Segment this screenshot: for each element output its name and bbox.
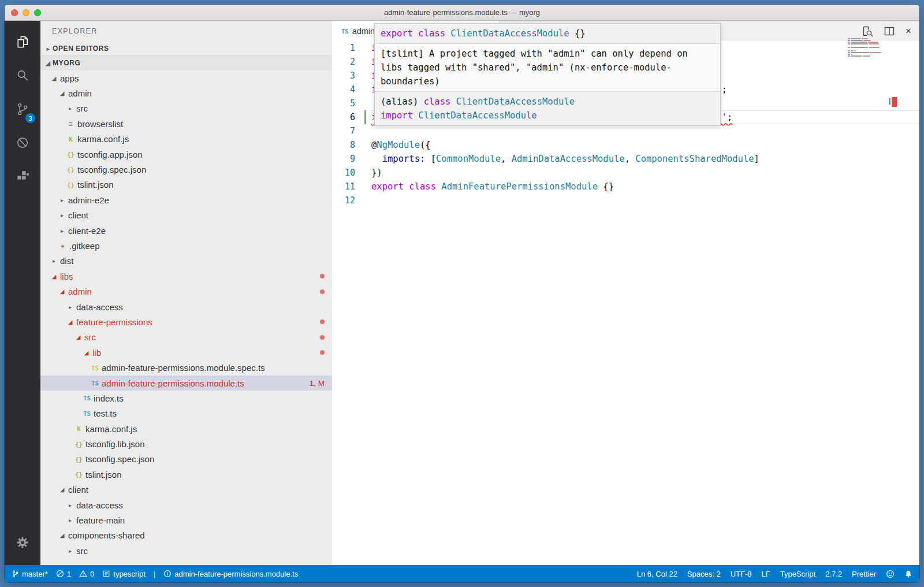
status-warnings[interactable]: 0 bbox=[79, 570, 94, 578]
tree-item[interactable]: ▸src bbox=[40, 101, 332, 116]
gear-icon bbox=[15, 535, 30, 550]
status-notifications[interactable] bbox=[904, 570, 912, 578]
tree-item-label: client bbox=[68, 485, 88, 495]
tree-item[interactable]: ▸client-e2e bbox=[40, 223, 332, 238]
code-line[interactable]: 7 bbox=[332, 124, 919, 138]
status-ts-version[interactable]: 2.7.2 bbox=[825, 570, 842, 578]
tree-item[interactable]: ▸data-access bbox=[40, 497, 332, 512]
tree-item[interactable]: ◢apps bbox=[40, 70, 332, 86]
tree-item[interactable]: TStest.ts bbox=[40, 406, 332, 421]
status-feedback[interactable] bbox=[886, 570, 895, 578]
ts-spec-file-icon: TS bbox=[90, 365, 100, 371]
tree-item[interactable]: ▸data-access bbox=[40, 299, 332, 314]
status-separator: | bbox=[154, 570, 155, 578]
tree-item[interactable]: ◢client bbox=[40, 482, 332, 497]
hover-alias-line: import ClientDataAccessModule bbox=[381, 109, 714, 122]
code-line[interactable]: 11export class AdminFeaturePermissionsMo… bbox=[332, 180, 919, 194]
activity-item-explorer[interactable] bbox=[5, 25, 40, 59]
twistie-collapsed-icon: ▸ bbox=[58, 228, 66, 234]
status-eol[interactable]: LF bbox=[762, 570, 770, 578]
zoom-window-button[interactable] bbox=[34, 9, 41, 16]
activity-item-source-control[interactable]: 3 bbox=[5, 92, 40, 126]
tree-item[interactable]: {}tslint.json bbox=[40, 467, 332, 482]
section-myorg[interactable]: ◢ MYORG bbox=[40, 55, 332, 70]
editor-group: TS admin-feature-permissions.module.ts ×… bbox=[332, 21, 919, 565]
tree-item[interactable]: ◢admin bbox=[40, 86, 332, 101]
tree-item-label: test.ts bbox=[94, 408, 117, 418]
code-line[interactable]: 8@NgModule({ bbox=[332, 138, 919, 152]
status-language-mode-label: TypeScript bbox=[780, 570, 815, 578]
tree-item[interactable]: ◢libs bbox=[40, 269, 332, 284]
tree-item[interactable]: ≡browserslist bbox=[40, 116, 332, 131]
twistie-expanded-icon: ◢ bbox=[50, 75, 58, 81]
activity-item-debug[interactable] bbox=[5, 126, 40, 159]
tree-item[interactable]: {}tslint.json bbox=[40, 177, 332, 192]
minimize-window-button[interactable] bbox=[23, 9, 29, 16]
status-errors[interactable]: 1 bbox=[56, 570, 71, 578]
tree-item[interactable]: ▸feature-main bbox=[40, 512, 332, 527]
tree-item[interactable]: ◢admin bbox=[40, 284, 332, 299]
activity-item-settings[interactable] bbox=[5, 526, 40, 559]
tree-item-label: .gitkeep bbox=[69, 241, 100, 251]
tree-item[interactable]: ◢src bbox=[40, 330, 332, 345]
line-number: 1 bbox=[350, 41, 355, 55]
open-changes-button[interactable] bbox=[862, 25, 873, 37]
twistie-expanded-icon: ◢ bbox=[58, 532, 66, 538]
tree-item[interactable]: ▸client bbox=[40, 208, 332, 223]
status-formatter[interactable]: Prettier bbox=[852, 570, 876, 578]
sidebar-title: EXPLORER bbox=[40, 21, 332, 42]
status-tslint[interactable]: typescript bbox=[102, 570, 146, 578]
status-git-branch[interactable]: master* bbox=[12, 570, 48, 578]
status-formatter-label: Prettier bbox=[852, 570, 876, 578]
section-open-editors[interactable]: ▸ OPEN EDITORS bbox=[40, 42, 332, 55]
tree-item[interactable]: TSadmin-feature-permissions.module.ts1, … bbox=[40, 376, 332, 391]
code-line[interactable]: 10}) bbox=[332, 166, 919, 180]
tree-item[interactable]: {}tsconfig.spec.json bbox=[40, 452, 332, 467]
tree-item[interactable]: ▸admin-e2e bbox=[40, 192, 332, 207]
tree-item[interactable]: ◢components-shared bbox=[40, 528, 332, 543]
hover-alias: (alias) class ClientDataAccessModuleimpo… bbox=[375, 92, 720, 125]
tree-item[interactable]: {}tsconfig.lib.json bbox=[40, 436, 332, 451]
tree-item[interactable]: Kkarma.conf.js bbox=[40, 132, 332, 147]
code-text: export class AdminFeaturePermissionsModu… bbox=[371, 180, 919, 194]
code-line[interactable]: 12 bbox=[332, 194, 919, 207]
overview-ruler-error-mark bbox=[892, 97, 897, 107]
twistie-collapsed-icon: ▸ bbox=[44, 46, 53, 52]
status-cursor-position[interactable]: Ln 6, Col 22 bbox=[637, 570, 677, 578]
split-editor-button[interactable] bbox=[884, 25, 895, 37]
tree-item[interactable]: TSindex.ts bbox=[40, 391, 332, 406]
twistie-expanded-icon: ◢ bbox=[58, 486, 66, 493]
minimap[interactable] bbox=[848, 38, 885, 64]
section-label: OPEN EDITORS bbox=[53, 44, 109, 53]
tree-item-label: feature-main bbox=[76, 515, 125, 525]
tree-item[interactable]: ▸dist bbox=[40, 254, 332, 269]
tree-item-label: src bbox=[84, 332, 96, 342]
activity-item-search[interactable] bbox=[5, 59, 40, 92]
tree-item[interactable]: ◢lib bbox=[40, 345, 332, 360]
status-language-mode[interactable]: TypeScript bbox=[780, 570, 815, 578]
tree-item[interactable]: ▸src bbox=[40, 543, 332, 558]
tree-item[interactable]: ◈.gitkeep bbox=[40, 238, 332, 253]
code-text bbox=[371, 124, 919, 138]
tree-item[interactable]: ◢feature-permissions bbox=[40, 314, 332, 329]
tree-item[interactable]: Kkarma.conf.js bbox=[40, 421, 332, 436]
close-window-button[interactable] bbox=[11, 9, 18, 16]
line-number: 7 bbox=[350, 124, 355, 138]
tree-item-label: feature-permissions bbox=[76, 317, 152, 327]
status-active-file-info[interactable]: admin-feature-permissions.module.ts bbox=[163, 570, 298, 578]
code-line[interactable]: 9 imports: [CommonModule, AdminDataAcces… bbox=[332, 152, 919, 166]
tree-item[interactable]: TSadmin-feature-permissions.module.spec.… bbox=[40, 360, 332, 375]
tree-item[interactable]: {}tsconfig.spec.json bbox=[40, 162, 332, 177]
activity-item-extensions[interactable] bbox=[5, 159, 40, 193]
modified-dot bbox=[320, 350, 325, 355]
status-cursor-position-label: Ln 6, Col 22 bbox=[637, 570, 677, 578]
section-label: MYORG bbox=[53, 59, 80, 67]
scm-badge: 3 bbox=[25, 113, 35, 123]
tree-item[interactable]: {}tsconfig.app.json bbox=[40, 147, 332, 162]
tree-item-label: admin bbox=[68, 287, 92, 296]
status-encoding[interactable]: UTF-8 bbox=[731, 570, 752, 578]
twistie-collapsed-icon: ▸ bbox=[66, 304, 74, 310]
tree-item-label: libs bbox=[60, 272, 73, 281]
close-editor-button[interactable]: × bbox=[906, 26, 911, 36]
status-indentation[interactable]: Spaces: 2 bbox=[687, 570, 721, 578]
